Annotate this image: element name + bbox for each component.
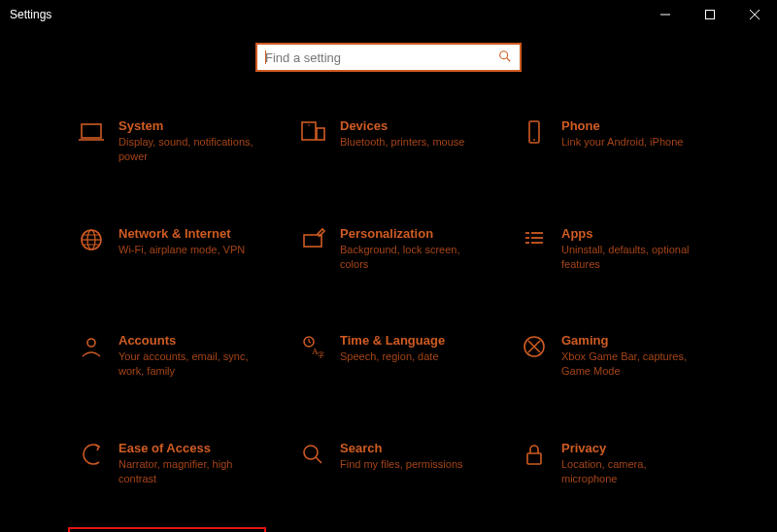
tile-system[interactable]: SystemDisplay, sound, notifications, pow…: [68, 111, 266, 176]
svg-point-4: [500, 50, 508, 58]
devices-icon: [299, 118, 326, 146]
search-icon: [299, 441, 326, 468]
tile-subtitle: Link your Android, iPhone: [561, 135, 683, 150]
tile-body: DevicesBluetooth, printers, mouse: [340, 118, 464, 150]
accounts-icon: [78, 333, 105, 360]
time-icon: [299, 333, 326, 360]
privacy-icon: [521, 441, 548, 468]
text-caret: [265, 50, 266, 64]
close-button[interactable]: [732, 0, 777, 29]
tile-subtitle: Display, sound, notifications, power: [118, 135, 256, 164]
window-controls: [643, 0, 777, 29]
tile-search[interactable]: SearchFind my files, permissions: [289, 433, 488, 498]
tile-body: PersonalizationBackground, lock screen, …: [340, 226, 478, 272]
tile-privacy[interactable]: PrivacyLocation, camera, microphone: [511, 433, 709, 498]
tile-title: Search: [340, 441, 463, 455]
tile-subtitle: Uninstall, defaults, optional features: [561, 243, 699, 272]
tile-body: AppsUninstall, defaults, optional featur…: [561, 226, 699, 272]
window-title: Settings: [10, 8, 51, 21]
svg-rect-1: [706, 11, 715, 19]
search-icon: [498, 50, 512, 66]
tile-subtitle: Xbox Game Bar, captures, Game Mode: [561, 349, 699, 379]
search-container: [0, 43, 777, 72]
globe-icon: [78, 226, 105, 253]
tile-body: GamingXbox Game Bar, captures, Game Mode: [561, 333, 699, 379]
apps-icon: [521, 226, 548, 253]
tile-subtitle: Narrator, magnifier, high contrast: [118, 457, 256, 486]
tile-ease[interactable]: Ease of AccessNarrator, magnifier, high …: [68, 433, 266, 498]
tile-subtitle: Location, camera, microphone: [561, 457, 699, 486]
tile-body: AccountsYour accounts, email, sync, work…: [118, 333, 256, 379]
tile-title: Devices: [340, 118, 464, 133]
maximize-button[interactable]: [688, 0, 732, 29]
tile-time[interactable]: Time & LanguageSpeech, region, date: [289, 325, 488, 390]
tile-subtitle: Bluetooth, printers, mouse: [340, 135, 464, 150]
tile-title: Time & Language: [340, 333, 445, 348]
tile-devices[interactable]: DevicesBluetooth, printers, mouse: [289, 111, 488, 176]
tile-phone[interactable]: PhoneLink your Android, iPhone: [511, 111, 709, 176]
tile-network[interactable]: Network & InternetWi-Fi, airplane mode, …: [68, 218, 266, 283]
tile-title: Privacy: [561, 441, 699, 455]
paint-icon: [299, 226, 326, 253]
tile-subtitle: Wi-Fi, airplane mode, VPN: [118, 243, 245, 257]
tile-title: Personalization: [340, 226, 478, 241]
tile-subtitle: Your accounts, email, sync, work, family: [118, 349, 256, 379]
tile-body: SearchFind my files, permissions: [340, 441, 463, 472]
tile-body: PhoneLink your Android, iPhone: [561, 118, 683, 150]
tile-body: PrivacyLocation, camera, microphone: [561, 441, 699, 486]
settings-grid: SystemDisplay, sound, notifications, pow…: [0, 111, 777, 532]
gaming-icon: [521, 333, 548, 360]
search-input[interactable]: [265, 50, 498, 65]
svg-line-5: [507, 57, 511, 61]
tile-title: Phone: [561, 118, 683, 133]
tile-body: Time & LanguageSpeech, region, date: [340, 333, 445, 364]
minimize-button[interactable]: [643, 0, 688, 29]
tile-body: Ease of AccessNarrator, magnifier, high …: [118, 441, 256, 486]
ease-icon: [78, 441, 105, 468]
tile-subtitle: Speech, region, date: [340, 349, 445, 364]
tile-title: System: [118, 118, 256, 133]
tile-title: Gaming: [561, 333, 699, 348]
tile-subtitle: Background, lock screen, colors: [340, 243, 478, 272]
tile-update[interactable]: Update & SecurityWindows Update, recover…: [68, 527, 266, 532]
tile-gaming[interactable]: GamingXbox Game Bar, captures, Game Mode: [511, 325, 709, 390]
tile-body: SystemDisplay, sound, notifications, pow…: [118, 118, 256, 164]
tile-title: Apps: [561, 226, 699, 241]
search-box[interactable]: [255, 43, 522, 72]
tile-title: Accounts: [118, 333, 256, 348]
tile-subtitle: Find my files, permissions: [340, 457, 463, 472]
tile-apps[interactable]: AppsUninstall, defaults, optional featur…: [511, 218, 709, 283]
title-bar: Settings: [0, 0, 777, 29]
tile-body: Network & InternetWi-Fi, airplane mode, …: [118, 226, 245, 257]
phone-icon: [521, 118, 548, 146]
tile-title: Ease of Access: [118, 441, 256, 455]
tile-accounts[interactable]: AccountsYour accounts, email, sync, work…: [68, 325, 266, 390]
tile-title: Network & Internet: [118, 226, 245, 241]
tile-personalization[interactable]: PersonalizationBackground, lock screen, …: [289, 218, 488, 283]
laptop-icon: [78, 118, 105, 146]
